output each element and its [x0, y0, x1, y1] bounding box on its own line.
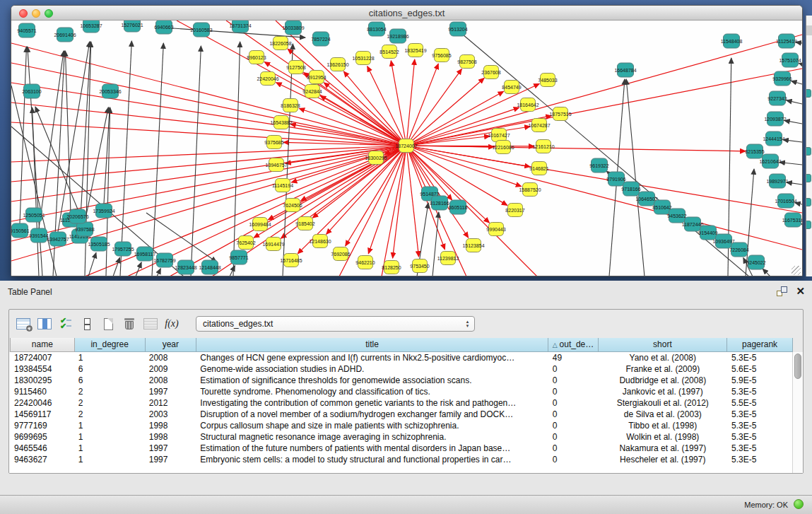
- network-view-window[interactable]: citations_edges.txt 18724007183002951822…: [11, 5, 803, 276]
- table-row[interactable]: 946362711997Embryonic stem cells: a mode…: [10, 454, 793, 465]
- table-row[interactable]: 946554611997Estimation of the future num…: [10, 443, 793, 454]
- float-panel-icon[interactable]: [777, 286, 787, 296]
- column-header-out_de[interactable]: △out_de…: [548, 338, 599, 351]
- table-header-row[interactable]: namein_degreeyeartitle△out_de…shortpager…: [11, 338, 793, 351]
- table-cell[interactable]: 0: [548, 409, 599, 420]
- table-cell[interactable]: 1: [74, 454, 145, 465]
- table-cell[interactable]: 5.3E-5: [727, 431, 793, 443]
- table-cell[interactable]: Estimation of the future numbers of pati…: [196, 443, 548, 454]
- table-cell[interactable]: 2: [74, 386, 145, 397]
- scrollbar-thumb[interactable]: [794, 354, 801, 379]
- window-titlebar[interactable]: citations_edges.txt: [11, 6, 802, 21]
- table-cell[interactable]: 5.3E-5: [727, 352, 793, 363]
- table-cell[interactable]: 49: [548, 352, 599, 363]
- table-cell[interactable]: Yano et al. (2008): [598, 352, 727, 363]
- table-mode-icon[interactable]: [13, 314, 33, 334]
- table-cell[interactable]: 2: [74, 397, 145, 409]
- table-cell[interactable]: 5.9E-5: [727, 375, 793, 386]
- table-cell[interactable]: 22420046: [10, 397, 74, 409]
- table-cell[interactable]: 1997: [145, 386, 196, 397]
- table-cell[interactable]: 14569117: [10, 409, 74, 420]
- table-selector-dropdown[interactable]: citations_edges.txt ▲▼: [196, 316, 475, 332]
- table-cell[interactable]: Disruption of a novel member of a sodium…: [196, 409, 548, 420]
- table-cell[interactable]: 2008: [145, 375, 196, 386]
- column-header-year[interactable]: year: [145, 338, 196, 351]
- table-cell[interactable]: 2003: [145, 409, 196, 420]
- table-cell[interactable]: 1997: [145, 443, 196, 454]
- table-row[interactable]: 911546021997Tourette syndrome. Phenomeno…: [10, 386, 793, 397]
- table-cell[interactable]: 19384554: [10, 363, 74, 375]
- table-cell[interactable]: 5.5E-5: [727, 397, 793, 409]
- column-header-short[interactable]: short: [598, 338, 726, 351]
- table-cell[interactable]: 1998: [145, 431, 196, 443]
- table-cell[interactable]: 1: [74, 443, 145, 454]
- table-cell[interactable]: Dudbridge et al. (2008): [598, 375, 727, 386]
- table-cell[interactable]: 2009: [145, 363, 196, 375]
- column-header-in_degree[interactable]: in_degree: [74, 338, 145, 351]
- show-columns-icon[interactable]: [35, 314, 54, 334]
- table-cell[interactable]: Embryonic stem cells: a model to study s…: [196, 454, 548, 465]
- table-cell[interactable]: Wolkin et al. (1998): [598, 431, 727, 443]
- table-cell[interactable]: 1: [74, 352, 145, 363]
- table-cell[interactable]: Genome-wide association studies in ADHD.: [196, 363, 548, 375]
- table-row[interactable]: 1872400712008Changes of HCN gene express…: [10, 352, 793, 363]
- new-column-icon[interactable]: [98, 314, 118, 334]
- table-cell[interactable]: 1: [74, 431, 145, 443]
- function-builder-icon[interactable]: f(x): [162, 314, 182, 334]
- table-cell[interactable]: 5.3E-5: [727, 443, 793, 454]
- table-cell[interactable]: 5.3E-5: [727, 454, 793, 465]
- select-columns-icon[interactable]: ✔ ✔: [56, 314, 76, 334]
- network-canvas[interactable]: 1872400718300295182260588960123912750822…: [11, 21, 802, 276]
- table-cell[interactable]: 0: [548, 420, 599, 431]
- table-cell[interactable]: Investigating the contribution of common…: [196, 397, 548, 409]
- table-cell[interactable]: Estimation of significance thresholds fo…: [196, 375, 548, 386]
- table-row[interactable]: 1830029562008Estimation of significance …: [10, 375, 793, 386]
- table-cell[interactable]: Jankovic et al. (1997): [598, 386, 727, 397]
- table-cell[interactable]: 2008: [145, 352, 196, 363]
- table-cell[interactable]: 9777169: [10, 420, 74, 431]
- table-cell[interactable]: 0: [548, 431, 599, 443]
- table-cell[interactable]: Tourette syndrome. Phenomenology and cla…: [196, 386, 548, 397]
- table-cell[interactable]: Tibbo et al. (1998): [598, 420, 727, 431]
- table-cell[interactable]: 0: [548, 386, 599, 397]
- table-cell[interactable]: Stergiakouli et al. (2012): [598, 397, 727, 409]
- table-cell[interactable]: 6: [74, 375, 145, 386]
- memory-status-indicator[interactable]: [794, 499, 804, 509]
- import-table-icon[interactable]: [141, 314, 160, 334]
- table-cell[interactable]: 1998: [145, 420, 196, 431]
- table-cell[interactable]: 9115460: [10, 386, 74, 397]
- column-header-pagerank[interactable]: pagerank: [727, 338, 793, 351]
- table-cell[interactable]: 6: [74, 363, 145, 375]
- table-cell[interactable]: 0: [548, 443, 599, 454]
- row-height-icon[interactable]: [77, 314, 97, 334]
- close-panel-icon[interactable]: ✕: [796, 286, 805, 296]
- table-cell[interactable]: 5.3E-5: [727, 386, 793, 397]
- table-cell[interactable]: 2012: [145, 397, 196, 409]
- table-cell[interactable]: 0: [548, 363, 599, 375]
- column-header-name[interactable]: name: [11, 338, 75, 351]
- delete-column-icon[interactable]: [119, 314, 139, 334]
- table-row[interactable]: 977716911998Corpus callosum shape and si…: [10, 420, 793, 431]
- table-cell[interactable]: Changes of HCN gene expression and I(f) …: [196, 352, 548, 363]
- table-cell[interactable]: 18300295: [10, 375, 74, 386]
- table-cell[interactable]: 5.6E-5: [727, 363, 793, 375]
- table-cell[interactable]: Hescheler et al. (1997): [598, 454, 727, 465]
- table-cell[interactable]: Corpus callosum shape and size in male p…: [196, 420, 548, 431]
- table-cell[interactable]: Nakamura et al. (1997): [598, 443, 727, 454]
- table-cell[interactable]: 0: [548, 397, 599, 409]
- table-row[interactable]: 1938455462009Genome-wide association stu…: [10, 363, 793, 375]
- table-cell[interactable]: 2: [74, 409, 145, 420]
- table-cell[interactable]: 9699695: [10, 431, 74, 443]
- table-cell[interactable]: 0: [548, 375, 599, 386]
- table-row[interactable]: 2242004622012Investigating the contribut…: [10, 397, 793, 409]
- table-row[interactable]: 969969511998Structural magnetic resonanc…: [10, 431, 793, 443]
- column-header-title[interactable]: title: [196, 338, 548, 351]
- window-resize-grip[interactable]: [792, 266, 801, 275]
- network-graph-svg[interactable]: 1872400718300295182260588960123912750822…: [11, 21, 802, 276]
- table-cell[interactable]: Franke et al. (2009): [598, 363, 727, 375]
- table-row[interactable]: 1456911722003Disruption of a novel membe…: [10, 409, 793, 420]
- table-cell[interactable]: 1997: [145, 454, 196, 465]
- table-cell[interactable]: Structural magnetic resonance image aver…: [196, 431, 548, 443]
- table-cell[interactable]: 0: [548, 454, 599, 465]
- table-cell[interactable]: de Silva et al. (2003): [598, 409, 727, 420]
